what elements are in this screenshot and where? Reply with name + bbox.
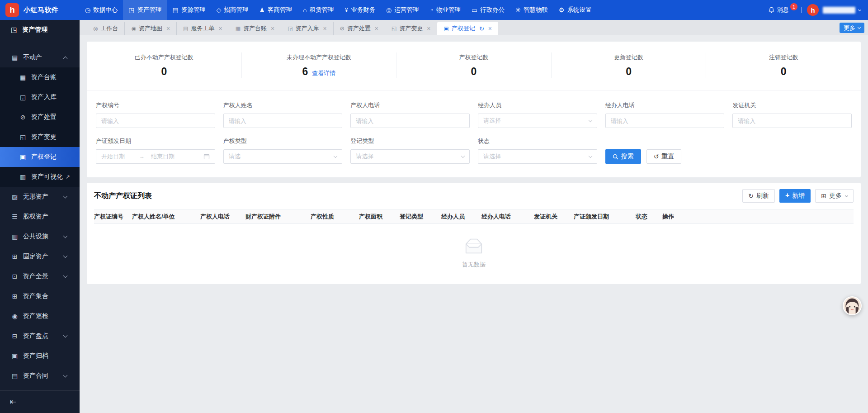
messages-label: 消息 xyxy=(777,6,789,14)
topbar-nav-item[interactable]: ⌂ 租赁管理 xyxy=(297,0,339,20)
filter-select[interactable]: 请选择 xyxy=(478,149,597,164)
filter-input[interactable] xyxy=(356,118,464,124)
topbar-nav: ◷ 数据中心 ◳ 资产管理 ▤ 资源管理 ◇ 招商管理 ♟ 客商管理 ⌂ 租赁管… xyxy=(80,0,597,20)
filter-label: 登记类型 xyxy=(350,137,470,145)
messages-button[interactable]: 消息 1 xyxy=(768,6,797,14)
reset-button[interactable]: ↺ 重置 xyxy=(646,149,682,164)
assistant-avatar[interactable] xyxy=(843,296,862,315)
tab[interactable]: ◲ 资产入库 × xyxy=(281,22,333,35)
stat-card: 注销登记数 0 xyxy=(706,52,861,78)
sidebar-item[interactable]: ▤ 资产合同 xyxy=(0,366,80,386)
refresh-tab-icon[interactable]: ↻ xyxy=(479,25,484,32)
search-icon xyxy=(613,154,618,160)
filter-select[interactable]: 请选择 xyxy=(350,149,470,164)
topbar-nav-item[interactable]: ♟ 客商管理 xyxy=(254,0,297,20)
collapse-sidebar-button[interactable]: ⇤ xyxy=(10,398,16,406)
filter-control[interactable] xyxy=(223,114,343,128)
tab-label: 服务工单 xyxy=(191,24,215,33)
column-header: 产权证编号 xyxy=(94,213,132,221)
topbar-nav-item[interactable]: ¥ 业务财务 xyxy=(340,0,381,20)
refresh-button[interactable]: ↻ 刷新 xyxy=(742,189,775,203)
sidebar-item[interactable]: ◉ 资产巡检 xyxy=(0,306,80,326)
stats-row: 已办不动产产权登记数 0 未办理不动产产权登记数 6 查看详情 产权登记数 0 xyxy=(87,42,861,90)
sidebar-item[interactable]: ◱ 资产变更 xyxy=(0,127,80,147)
column-header: 产权人姓名/单位 xyxy=(132,213,200,221)
sidebar-item[interactable]: ⊘ 资产处置 xyxy=(0,107,80,127)
close-tab-icon[interactable]: × xyxy=(271,25,274,32)
chevron-down-icon xyxy=(588,154,592,157)
topbar-nav-item[interactable]: ▭ 行政办公 xyxy=(466,0,510,20)
search-button[interactable]: 搜索 xyxy=(605,149,641,164)
topbar-nav-item[interactable]: ◳ 资产管理 xyxy=(123,0,167,20)
close-tab-icon[interactable]: × xyxy=(488,25,492,32)
user-menu[interactable]: h xyxy=(807,4,861,16)
building-icon: ▤ xyxy=(11,54,19,61)
sidebar-item[interactable]: ☰ 股权资产 xyxy=(0,207,80,227)
start-date-placeholder: 开始日期 xyxy=(101,152,139,161)
add-button[interactable]: + 新增 xyxy=(779,189,811,203)
filter-label: 经办人员 xyxy=(478,101,597,109)
topbar-nav-item[interactable]: ✳ 智慧物联 xyxy=(510,0,553,20)
sidebar-item[interactable]: ▨ 无形资产 xyxy=(0,187,80,207)
sidebar-item[interactable]: ⊞ 资产集合 xyxy=(0,286,80,306)
filter-input[interactable] xyxy=(611,118,719,124)
date-range-picker[interactable]: 开始日期 → 结束日期 xyxy=(96,149,215,164)
sidebar-item[interactable]: ▦ 资产台账 xyxy=(0,67,80,87)
sidebar-item[interactable]: ▥ 资产可视化 ↗ xyxy=(0,167,80,187)
person-icon: ♟ xyxy=(259,6,265,14)
filter-control[interactable] xyxy=(350,114,470,128)
sidebar-item[interactable]: ◲ 资产入库 xyxy=(0,87,80,107)
filter-input[interactable] xyxy=(101,118,210,124)
tab[interactable]: ▣ 产权登记 ↻ × xyxy=(437,22,498,35)
filter-control[interactable] xyxy=(605,114,725,128)
filter-label: 产权人姓名 xyxy=(223,101,343,109)
filter-input[interactable] xyxy=(738,118,846,124)
filter-control[interactable] xyxy=(732,114,852,128)
nav-item-label: 租赁管理 xyxy=(310,6,334,14)
close-tab-icon[interactable]: × xyxy=(323,25,327,32)
tabs-more-button[interactable]: 更多 xyxy=(840,23,864,33)
topbar-nav-item[interactable]: ⚙ 系统设置 xyxy=(553,0,597,20)
archive-icon: ▣ xyxy=(11,352,19,360)
tab[interactable]: ◉ 资产地图 × xyxy=(124,22,176,35)
tab-label: 资产入库 xyxy=(296,24,319,33)
plus-icon: + xyxy=(785,192,789,199)
sidebar-item[interactable]: ⊟ 资产盘点 xyxy=(0,326,80,346)
filter-field: 产权类型 请选 xyxy=(223,137,343,164)
topbar-nav-item[interactable]: ◔ 物业管理 xyxy=(425,0,466,20)
sidebar-item[interactable]: ▣ 产权登记 xyxy=(0,147,80,167)
topbar-nav-item[interactable]: ◷ 数据中心 xyxy=(80,0,123,20)
tab[interactable]: ◎ 工作台 xyxy=(87,22,124,35)
filter-input[interactable] xyxy=(229,118,337,124)
filter-control[interactable] xyxy=(96,114,215,128)
close-tab-icon[interactable]: × xyxy=(166,25,170,32)
tab[interactable]: ⊘ 资产处置 × xyxy=(333,22,385,35)
tab[interactable]: ▦ 资产台账 × xyxy=(229,22,281,35)
filter-control[interactable]: 请选择 xyxy=(478,114,597,128)
sidebar-item-label: 资产变更 xyxy=(31,133,57,141)
sidebar-item[interactable]: ▣ 资产归档 xyxy=(0,346,80,366)
tab[interactable]: ◱ 资产变更 × xyxy=(385,22,437,35)
filter-select[interactable]: 请选 xyxy=(223,149,343,164)
sidebar-item[interactable]: ⊡ 资产全景 xyxy=(0,266,80,286)
tab[interactable]: ▤ 服务工单 × xyxy=(176,22,229,35)
fixed-icon: ⊞ xyxy=(11,253,19,260)
sidebar: ◳ 资产管理 ▤ 不动产 ▦ 资产台账 ◲ 资产入库 ⊘ 资产处置 xyxy=(0,20,80,413)
close-tab-icon[interactable]: × xyxy=(427,25,430,32)
sidebar-item[interactable]: ▥ 公共设施 xyxy=(0,227,80,247)
sidebar-item[interactable]: ⊞ 固定资产 xyxy=(0,247,80,266)
filter-label: 状态 xyxy=(478,137,597,145)
view-details-link[interactable]: 查看详情 xyxy=(312,69,335,77)
assistant-face xyxy=(844,297,861,314)
topbar-nav-item[interactable]: ▤ 资源管理 xyxy=(167,0,211,20)
close-tab-icon[interactable]: × xyxy=(219,25,222,32)
select-placeholder: 请选择 xyxy=(483,152,501,161)
topbar-nav-item[interactable]: ◇ 招商管理 xyxy=(211,0,254,20)
contract-icon: ▤ xyxy=(11,372,19,380)
filter-field: 发证机关 xyxy=(732,101,852,128)
close-tab-icon[interactable]: × xyxy=(375,25,378,32)
clock-icon: ◷ xyxy=(85,6,90,14)
more-button[interactable]: ⊞ 更多 xyxy=(815,189,854,203)
sidebar-item[interactable]: ▤ 不动产 xyxy=(0,47,80,67)
topbar-nav-item[interactable]: ◎ 运营管理 xyxy=(381,0,424,20)
